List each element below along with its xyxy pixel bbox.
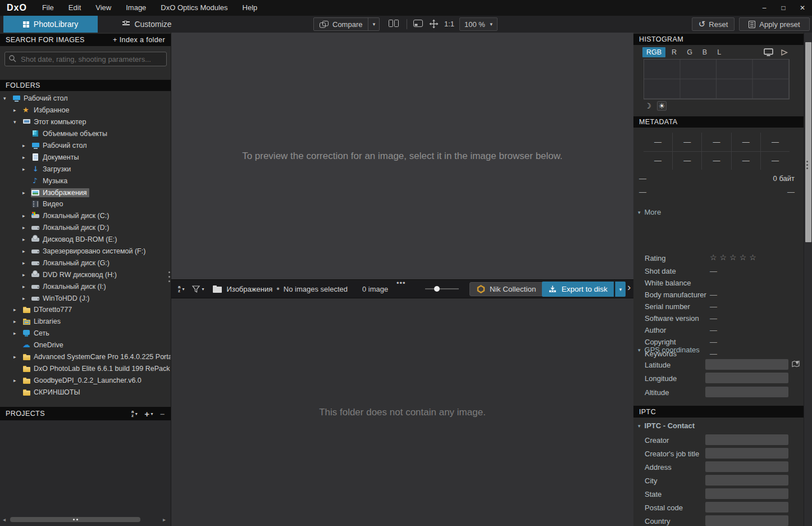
compare-dropdown-arrow[interactable]: ▾ bbox=[368, 18, 379, 30]
folder-tree-item[interactable]: Документы bbox=[0, 151, 171, 163]
horizontal-scrollbar[interactable] bbox=[10, 517, 140, 522]
panel-splitter-grip[interactable] bbox=[806, 161, 808, 162]
export-dropdown-arrow[interactable]: ▾ bbox=[615, 282, 626, 297]
folder-tree-item[interactable]: DVD RW дисковод (H:) bbox=[0, 269, 171, 280]
search-input[interactable] bbox=[4, 52, 167, 66]
expander-icon[interactable] bbox=[22, 248, 31, 254]
channel-tab-r[interactable]: R bbox=[668, 47, 681, 57]
expander-icon[interactable] bbox=[13, 319, 22, 324]
expander-icon[interactable] bbox=[22, 237, 31, 242]
scroll-right-arrow[interactable]: ▸ bbox=[163, 516, 166, 523]
folder-tree-item[interactable]: Объемные объекты bbox=[0, 128, 171, 140]
fit-screen-icon[interactable] bbox=[413, 20, 423, 27]
map-location-icon[interactable] bbox=[792, 360, 800, 368]
expander-icon[interactable] bbox=[22, 213, 31, 219]
projects-sort-button[interactable]: az▾ bbox=[131, 410, 138, 418]
expander-icon[interactable] bbox=[22, 260, 31, 266]
overflow-menu-icon[interactable]: ••• bbox=[396, 279, 406, 287]
folder-tree-item[interactable]: WinToHDD (J:) bbox=[0, 292, 171, 304]
folder-tree-item-selected[interactable]: Изображения bbox=[0, 187, 171, 198]
folder-tree-item[interactable]: OneDrive bbox=[0, 339, 171, 351]
folder-tree-item[interactable]: Локальный диск (I:) bbox=[0, 280, 171, 292]
longitude-input[interactable] bbox=[705, 373, 788, 383]
expander-icon[interactable] bbox=[13, 107, 22, 113]
monitor-icon[interactable] bbox=[764, 48, 773, 56]
add-project-button[interactable]: +▾ bbox=[144, 409, 153, 419]
expander-icon[interactable] bbox=[22, 166, 31, 172]
folder-tree-item[interactable]: Этот компьютер bbox=[0, 116, 171, 128]
soft-proofing-icon[interactable] bbox=[780, 49, 788, 56]
creator-input[interactable] bbox=[705, 434, 788, 445]
folder-tree-item[interactable]: Зарезервировано системой (F:) bbox=[0, 246, 171, 257]
compare-button[interactable]: Compare ▾ bbox=[313, 17, 380, 31]
folder-tree-item[interactable]: Локальный диск (D:) bbox=[0, 222, 171, 234]
minimize-button[interactable]: – bbox=[755, 0, 774, 16]
folder-tree-item[interactable]: GoodbyeDPI_0.2.2_Launcher.v6.0 bbox=[0, 374, 171, 386]
menu-file[interactable]: File bbox=[35, 0, 61, 16]
city-input[interactable] bbox=[705, 475, 788, 486]
channel-tab-l[interactable]: L bbox=[713, 47, 725, 57]
more-section-header[interactable]: ▾ More bbox=[638, 208, 661, 216]
folder-tree-item[interactable]: Загрузки bbox=[0, 163, 171, 175]
sort-button[interactable]: az▾ bbox=[178, 285, 184, 293]
apply-preset-button[interactable]: Apply preset bbox=[739, 17, 810, 31]
expander-icon[interactable] bbox=[22, 284, 31, 289]
folder-tree-item[interactable]: Локальный диск (C:) bbox=[0, 210, 171, 222]
highlight-clipping-icon[interactable]: ☀ bbox=[657, 101, 667, 111]
gps-section-header[interactable]: ▾ GPS coordinates bbox=[638, 346, 700, 354]
folder-tree-item[interactable]: Advanced SystemCare Pro 16.4.0.225 Porta… bbox=[0, 351, 171, 363]
close-button[interactable]: ✕ bbox=[793, 0, 812, 16]
thumbnail-size-slider[interactable] bbox=[425, 288, 459, 289]
channel-tab-rgb[interactable]: RGB bbox=[642, 47, 665, 57]
tab-photolibrary[interactable]: PhotoLibrary bbox=[3, 16, 98, 33]
reset-button[interactable]: ↺ Reset bbox=[692, 17, 735, 31]
sidebar-splitter-handle[interactable] bbox=[168, 271, 171, 285]
folder-tree-item[interactable]: Музыка bbox=[0, 175, 171, 187]
nik-collection-button[interactable]: Nik Collection bbox=[469, 282, 544, 296]
menu-dxo-optics-modules[interactable]: DxO Optics Modules bbox=[153, 0, 235, 16]
scroll-left-arrow[interactable]: ◂ bbox=[3, 516, 6, 523]
expander-icon[interactable] bbox=[13, 354, 22, 360]
menu-edit[interactable]: Edit bbox=[61, 0, 88, 16]
pan-move-icon[interactable] bbox=[429, 19, 439, 29]
expander-icon[interactable] bbox=[13, 307, 22, 312]
split-view-icon[interactable] bbox=[389, 20, 399, 27]
filter-button[interactable]: ▾ bbox=[192, 285, 204, 293]
expander-icon[interactable] bbox=[22, 190, 31, 196]
expand-panel-chevron-icon[interactable]: › bbox=[627, 281, 631, 293]
state-input[interactable] bbox=[705, 488, 788, 499]
altitude-input[interactable] bbox=[705, 387, 788, 397]
menu-help[interactable]: Help bbox=[235, 0, 265, 16]
folder-tree-item[interactable]: DToretto777 bbox=[0, 304, 171, 316]
zoom-1to1-button[interactable]: 1:1 bbox=[444, 16, 454, 33]
folder-tree-item[interactable]: Избранное bbox=[0, 105, 171, 116]
latitude-input[interactable] bbox=[705, 359, 788, 370]
folder-tree-item[interactable]: Сеть bbox=[0, 328, 171, 339]
folder-tree-item[interactable]: Рабочий стол bbox=[0, 93, 171, 105]
folder-tree-item[interactable]: Libraries bbox=[0, 316, 171, 328]
expander-icon[interactable] bbox=[22, 155, 31, 160]
expander-icon[interactable] bbox=[3, 96, 12, 101]
creators-job-title-input[interactable] bbox=[705, 448, 788, 459]
folder-tree-item[interactable]: Видео bbox=[0, 198, 171, 210]
expander-icon[interactable] bbox=[13, 330, 22, 336]
expander-icon[interactable] bbox=[13, 378, 22, 383]
channel-tab-g[interactable]: G bbox=[683, 47, 696, 57]
shadow-clipping-icon[interactable]: ☽ bbox=[645, 102, 651, 110]
rating-stars[interactable]: ☆☆☆☆☆ bbox=[710, 253, 759, 262]
menu-image[interactable]: Image bbox=[118, 0, 153, 16]
expander-icon[interactable] bbox=[22, 272, 31, 278]
export-to-disk-button[interactable]: Export to disk bbox=[542, 282, 614, 297]
iptc-contact-header[interactable]: ▾ IPTC - Contact bbox=[638, 421, 695, 430]
menu-view[interactable]: View bbox=[88, 0, 118, 16]
folder-tree-item[interactable]: Рабочий стол bbox=[0, 140, 171, 152]
expander-icon[interactable] bbox=[22, 225, 31, 230]
expander-icon[interactable] bbox=[13, 119, 22, 125]
scrollbar-thumb[interactable] bbox=[805, 42, 811, 242]
zoom-level-dropdown[interactable]: 100 % ▾ bbox=[459, 17, 498, 31]
channel-tab-b[interactable]: B bbox=[699, 47, 711, 57]
folder-tree-item[interactable]: СКРИНШОТЫ bbox=[0, 386, 171, 398]
folder-tree-item[interactable]: DxO PhotoLab Elite 6.6.1 build 199 RePac… bbox=[0, 362, 171, 374]
index-folder-link[interactable]: + Index a folder bbox=[113, 36, 165, 44]
country-input[interactable] bbox=[705, 515, 788, 526]
